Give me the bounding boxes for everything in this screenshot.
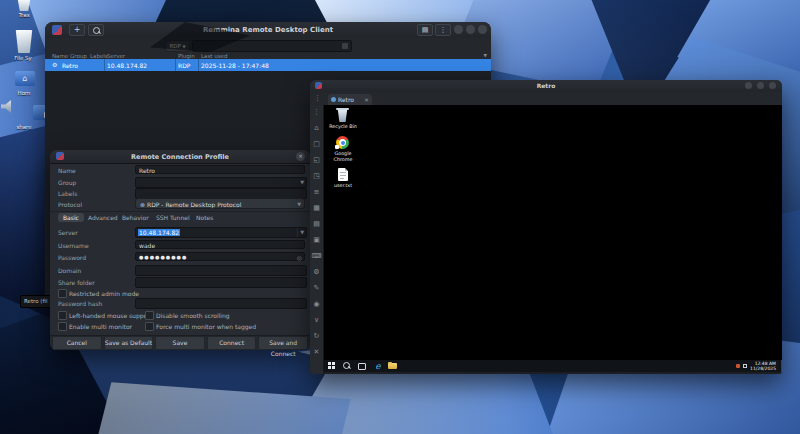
minimize-toolbar-icon[interactable]: ∨ — [310, 316, 323, 324]
disconnect-icon[interactable]: ✕ — [310, 348, 323, 356]
internet-explorer-button[interactable]: e — [373, 360, 383, 372]
clear-search-icon[interactable] — [342, 43, 348, 49]
close-button[interactable] — [478, 25, 487, 34]
tab-notes[interactable]: Notes — [196, 214, 213, 221]
scaled-mode-icon[interactable]: ◳ — [310, 172, 323, 180]
preferences-icon[interactable]: ⚙ — [310, 268, 323, 276]
chrome-label-line2: Chrome — [325, 157, 361, 163]
text-file-icon — [338, 168, 348, 181]
restricted-admin-checkbox[interactable] — [58, 289, 67, 298]
protocol-caret-icon: ▼ — [297, 199, 301, 210]
name-input[interactable]: Retro — [135, 165, 305, 174]
tray-network-icon[interactable] — [743, 364, 747, 368]
share-label: share — [4, 124, 44, 130]
remote-connection-profile-dialog: Remote Connection Profile ✕ Name Retro G… — [50, 150, 310, 350]
file-explorer-button[interactable] — [388, 362, 398, 370]
left-handed-mouse-label: Left-handed mouse support — [69, 312, 152, 319]
session-tab-close-icon[interactable]: × — [364, 96, 369, 103]
maximize-button[interactable] — [466, 25, 475, 34]
row-plugin: RDP — [178, 62, 190, 69]
windows-taskbar: e 12:48 AM 11/28/2025 — [324, 360, 782, 372]
tray-icon-a[interactable] — [736, 364, 740, 368]
show-desktop-button[interactable] — [781, 360, 782, 372]
home-label: Hom — [2, 90, 46, 96]
save-button[interactable]: Save — [155, 336, 205, 350]
labels-label: Labels — [58, 190, 77, 197]
keyboard-grab-icon[interactable]: ⌨ — [310, 252, 323, 260]
view-toggle-button[interactable]: ▤ — [417, 24, 433, 36]
dynamic-resolution-icon[interactable]: ≡ — [310, 188, 323, 196]
dialog-title: Remote Connection Profile — [50, 153, 310, 161]
clock-date: 11/28/2025 — [750, 366, 776, 371]
force-multi-monitor-label: Force multi monitor when tagged — [156, 323, 256, 330]
session-tab-label: Retro — [338, 96, 354, 103]
task-view-button[interactable] — [358, 363, 366, 370]
tab-basic[interactable]: Basic — [58, 213, 84, 222]
pin-icon[interactable]: ⌂ — [310, 124, 323, 132]
username-input[interactable]: wade — [135, 240, 305, 249]
taskbar-search-button[interactable] — [343, 362, 351, 370]
tools-icon[interactable]: ✎ — [310, 284, 323, 292]
session-tab-icon — [331, 97, 336, 102]
save-and-connect-button[interactable]: Save and Connect — [258, 336, 308, 350]
save-as-default-button[interactable]: Save as Default — [104, 336, 154, 350]
tab-behavior[interactable]: Behavior — [122, 214, 149, 221]
server-label: Server — [58, 229, 78, 236]
tab-advanced[interactable]: Advanced — [88, 214, 118, 221]
domain-input[interactable] — [135, 265, 307, 276]
rdp-maximize-button[interactable] — [757, 82, 764, 89]
share-folder-label: Share folder — [58, 279, 95, 286]
main-menu-button[interactable]: ⋮ — [435, 24, 451, 36]
group-combobox[interactable]: ▼ — [135, 177, 307, 188]
group-label: Group — [58, 179, 76, 186]
left-handed-mouse-checkbox[interactable] — [58, 311, 67, 320]
password-input[interactable]: ●●●●●●●●● ◎ — [135, 252, 305, 261]
protocol-combobox[interactable]: ⊗RDP - Remote Desktop Protocol ▼ — [135, 198, 305, 209]
session-tab[interactable]: Retro × — [328, 94, 372, 105]
main-search-row: RDP ▼ — [45, 38, 491, 54]
rdp-tabstrip: ⋮ Retro × — [310, 92, 782, 106]
recycle-bin-icon — [337, 109, 348, 122]
camera-icon[interactable]: ◉ — [310, 300, 323, 308]
grip-icon[interactable]: ⋮ — [310, 108, 323, 116]
server-combobox[interactable]: 10.48.174.82 ▼ — [135, 227, 307, 238]
dialog-titlebar[interactable]: Remote Connection Profile ✕ — [50, 150, 310, 164]
server-caret-icon: ▼ — [300, 228, 304, 236]
password-hash-input[interactable] — [135, 298, 307, 309]
dialog-close-button[interactable]: ✕ — [296, 152, 305, 161]
start-button[interactable] — [328, 362, 336, 370]
sort-caret-icon[interactable]: ▼ — [484, 53, 487, 58]
fit-window-icon[interactable]: ◱ — [310, 156, 323, 164]
main-titlebar[interactable]: + Remmina Remote Desktop Client ▤ ⋮ — [45, 22, 491, 39]
protocol-icon: ⊗ — [136, 201, 147, 208]
rdp-close-button[interactable] — [769, 82, 776, 89]
restricted-admin-label: Restricted admin mode — [69, 290, 139, 297]
profile-badge-icon: ⚙ — [52, 61, 57, 68]
multi-monitor-icon[interactable]: ▦ — [310, 204, 323, 212]
protocol-label: Protocol — [58, 201, 82, 208]
row-name: Retro — [62, 62, 78, 69]
screenshot-area-icon[interactable]: ▣ — [310, 236, 323, 244]
force-multi-monitor-checkbox[interactable] — [145, 322, 154, 331]
taskbar-clock[interactable]: 12:48 AM 11/28/2025 — [750, 361, 776, 371]
tabstrip-menu-icon[interactable]: ⋮ — [314, 94, 321, 102]
fullscreen-icon[interactable]: □ — [310, 140, 323, 148]
domain-label: Domain — [58, 267, 81, 274]
tab-ssh-tunnel[interactable]: SSH Tunnel — [156, 214, 190, 221]
server-value: 10.48.174.82 — [138, 229, 180, 236]
enable-multi-monitor-checkbox[interactable] — [58, 322, 67, 331]
share-folder-input[interactable] — [135, 277, 307, 288]
switch-tab-icon[interactable]: ▤ — [310, 220, 323, 228]
minimize-button[interactable] — [454, 25, 463, 34]
refresh-icon[interactable]: ↻ — [310, 332, 323, 340]
connection-row[interactable]: ⚙ Retro 10.48.174.82 RDP 2025-11-28 - 17… — [45, 59, 491, 71]
connect-button[interactable]: Connect — [207, 336, 257, 350]
desktop-screen: Tras File Sy ⌂ Hom share + Remmina Remot… — [0, 0, 800, 434]
disable-smooth-scrolling-checkbox[interactable] — [145, 311, 154, 320]
remote-desktop-view[interactable]: Recycle Bin Google Chrome — [324, 105, 782, 372]
rdp-minimize-button[interactable] — [745, 82, 752, 89]
cancel-button[interactable]: Cancel — [52, 336, 102, 350]
password-label: Password — [58, 254, 86, 261]
show-password-icon[interactable]: ◎ — [297, 253, 302, 262]
dialog-tabs: Basic Advanced Behavior SSH Tunnel Notes — [50, 213, 310, 224]
